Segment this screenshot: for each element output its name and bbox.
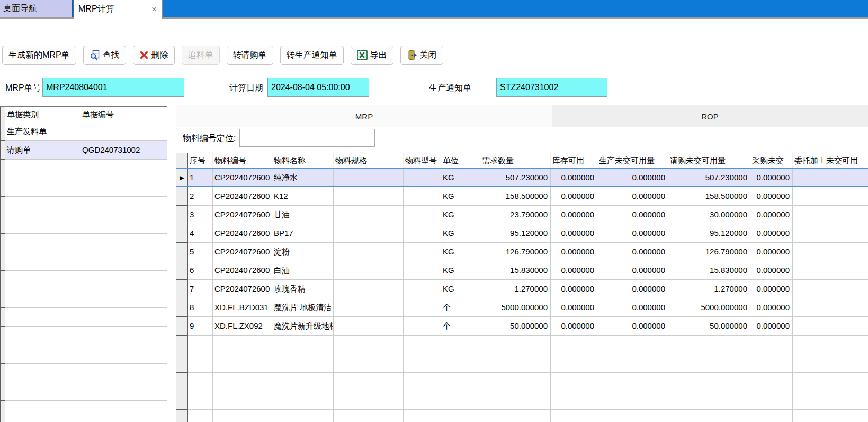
mrp-grid-body: ▶1CP2024072600纯净水KG507.2300000.0000000.0… (176, 168, 868, 422)
document-list-empty-row[interactable] (0, 215, 167, 234)
to-production-notice-button[interactable]: 转生产通知单 (280, 46, 344, 65)
mrp-grid-header: 序号物料编号物料名称物料规格物料型号单位需求数量库存可用生产未交可用量请购未交可… (176, 153, 868, 169)
row-header-corner (0, 107, 5, 122)
table-empty-row[interactable] (176, 336, 868, 354)
document-list-empty-row[interactable] (0, 364, 167, 382)
tab-mrp-calculation[interactable]: MRP计算 × (74, 0, 163, 19)
tab-mrp[interactable]: MRP (176, 105, 552, 127)
document-list-empty-row[interactable] (0, 271, 167, 289)
to-purchase-request-button[interactable]: 转请购单 (227, 46, 273, 65)
grid-column-header[interactable]: 单位 (441, 153, 480, 168)
table-row[interactable]: 5CP2024072600淀粉KG126.7900000.0000000.000… (176, 243, 868, 261)
material-name-cell (272, 354, 334, 373)
table-row[interactable]: 7CP2024072600玫瑰香精KG1.2700000.0000000.000… (176, 280, 868, 298)
delete-button[interactable]: 删除 (133, 46, 175, 65)
production-open-qty-cell: 0.000000 (597, 317, 668, 336)
table-row[interactable]: 8XD.FL.BZD031魔洗片 地板清洁个5000.0000000.00000… (176, 298, 868, 317)
document-list-empty-row[interactable] (0, 160, 167, 178)
row-selector-cell (176, 391, 188, 410)
stock-available-cell: 0.000000 (551, 243, 597, 261)
demand-qty-cell: 15.830000 (480, 261, 551, 280)
table-empty-row[interactable] (176, 373, 868, 391)
table-empty-row[interactable] (176, 410, 868, 422)
grid-column-header[interactable]: 需求数量 (480, 153, 551, 168)
row-selector-cell (0, 197, 5, 215)
grid-column-header[interactable]: 物料型号 (404, 153, 441, 168)
document-list-empty-row[interactable] (0, 401, 167, 419)
table-row[interactable]: 2CP2024072600K12KG158.5000000.0000000.00… (176, 187, 868, 206)
purchase-open-qty-cell (750, 336, 793, 354)
tab-desktop-navigation[interactable]: 桌面导航 (0, 0, 73, 17)
material-model-cell (404, 298, 441, 317)
document-list-empty-row[interactable] (0, 345, 167, 364)
doc-type-cell (5, 364, 80, 382)
table-empty-row[interactable] (176, 354, 868, 373)
seq-cell: 7 (188, 280, 213, 298)
table-row[interactable]: ▶1CP2024072600纯净水KG507.2300000.0000000.0… (176, 168, 868, 187)
grid-column-header[interactable]: 采购未交 (750, 153, 793, 168)
calc-date-field[interactable] (267, 78, 369, 97)
grid-column-header[interactable]: 物料编号 (213, 153, 272, 168)
grid-column-header[interactable]: 生产未交可用量 (597, 153, 668, 168)
material-locator-input[interactable] (239, 129, 375, 147)
prod-notice-field[interactable] (496, 78, 607, 97)
grid-column-header[interactable]: 序号 (188, 153, 213, 168)
mrp-no-field[interactable] (42, 78, 184, 97)
table-empty-row[interactable] (176, 391, 868, 410)
document-list-empty-row[interactable] (0, 252, 167, 271)
table-row[interactable]: 4CP2024072600BP17KG95.1200000.0000000.00… (176, 224, 868, 243)
document-list-empty-row[interactable] (0, 289, 167, 308)
grid-column-header[interactable]: 物料规格 (334, 153, 404, 168)
document-list-empty-row[interactable] (0, 327, 167, 345)
demand-qty-cell: 5000.000000 (480, 298, 551, 317)
doc-type-cell (5, 327, 80, 345)
seq-cell: 6 (188, 261, 213, 280)
seq-cell: 5 (188, 243, 213, 261)
tab-rop[interactable]: ROP (552, 105, 868, 127)
tab-mrp-calculation-label: MRP计算 (78, 4, 114, 15)
document-list-empty-row[interactable] (0, 419, 167, 422)
export-button[interactable]: 导出 (351, 46, 393, 65)
trace-material-order-button: 追料单 (182, 46, 220, 65)
grid-column-header[interactable]: 委托加工未交可用 (793, 153, 868, 168)
document-list-empty-row[interactable] (0, 382, 167, 401)
material-model-cell (404, 391, 441, 410)
table-row[interactable]: 3CP2024072600甘油KG23.7900000.0000000.0000… (176, 206, 868, 224)
purchase-open-qty-cell (750, 391, 793, 410)
new-mrp-button[interactable]: 生成新的MRP单 (2, 46, 76, 65)
document-list-row[interactable]: 生产发料单 (0, 122, 167, 141)
stock-available-cell (551, 410, 597, 422)
document-list-empty-row[interactable] (0, 197, 167, 215)
doc-no-cell (80, 234, 167, 252)
purchase-open-qty-cell: 0.000000 (750, 169, 793, 186)
unit-cell (441, 336, 480, 354)
row-selector-cell (176, 187, 188, 206)
document-list-empty-row[interactable] (0, 234, 167, 252)
material-name-cell: K12 (272, 187, 334, 206)
table-row[interactable]: 6CP2024072600白油KG15.8300000.0000000.0000… (176, 261, 868, 280)
material-model-cell (404, 206, 441, 224)
document-list-empty-row[interactable] (0, 308, 167, 327)
grid-column-header[interactable]: 物料名称 (272, 153, 334, 168)
production-open-qty-cell: 0.000000 (597, 169, 668, 186)
demand-qty-cell: 95.120000 (480, 224, 551, 243)
find-button[interactable]: 查找 (83, 46, 126, 65)
row-selector-cell (0, 271, 5, 289)
grid-column-header[interactable]: 请购未交可用量 (668, 153, 750, 168)
close-button[interactable]: 关闭 (400, 46, 443, 65)
document-list-row[interactable]: 请购单QGD240731002 (0, 141, 167, 160)
document-list-empty-row[interactable] (0, 178, 167, 197)
table-row[interactable]: 9XD.FL.ZX092魔洗片新升级地板个50.0000000.0000000.… (176, 317, 868, 336)
doc-no-cell (80, 401, 167, 419)
grid-column-header[interactable]: 库存可用 (551, 153, 597, 168)
seq-cell (188, 410, 213, 422)
doc-type-cell (5, 289, 80, 308)
row-selector-cell (0, 141, 5, 160)
material-model-cell (404, 280, 441, 298)
material-name-cell: 淀粉 (272, 243, 334, 261)
outsourced-open-qty-cell (793, 336, 868, 354)
document-list-body: 生产发料单请购单QGD240731002 (0, 122, 167, 422)
unit-cell (441, 373, 480, 391)
close-icon[interactable]: × (151, 5, 157, 14)
material-name-cell: 甘油 (272, 206, 334, 224)
